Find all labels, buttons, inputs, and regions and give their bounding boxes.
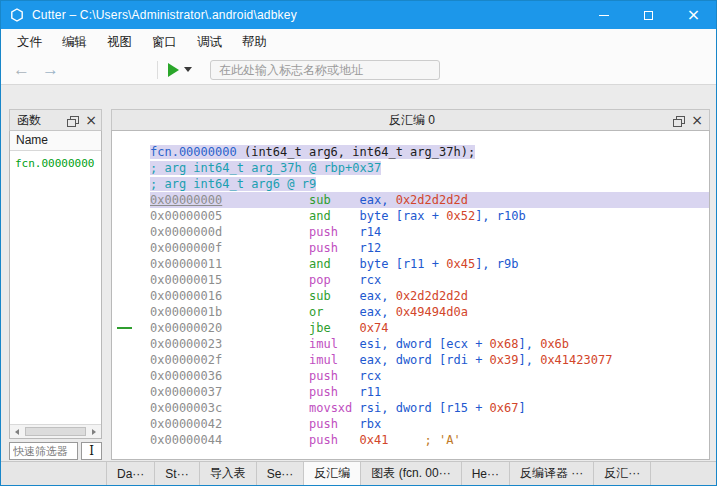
debug-start-button[interactable] [168,63,192,77]
asm-line[interactable]: 0x00000020 jbe 0x74 [150,320,709,336]
bottom-tab[interactable]: St··· [155,462,199,485]
menu-item[interactable]: 文件 [7,30,52,55]
bottom-tab[interactable]: He··· [462,462,510,485]
cutter-window: Cutter – C:\Users\Administrator\.android… [0,0,717,486]
functions-column-header[interactable]: Name [10,131,101,151]
functions-list: fcn.00000000 [10,151,101,424]
asm-line[interactable]: 0x0000000d push r14 [150,224,709,240]
asm-line[interactable]: 0x0000003c movsxd rsi, dword [r15 + 0x67… [150,400,709,416]
asm-line[interactable]: 0x00000036 push rcx [150,368,709,384]
disassembly-panel-title: 反汇编 0 [389,112,435,129]
disassembly-panel-titlebar[interactable]: 反汇编 0 × [111,109,710,131]
asm-line[interactable]: 0x00000000 sub eax, 0x2d2d2d2d [150,192,709,208]
asm-line[interactable]: 0x00000005 and byte [rax + 0x52], r10b [150,208,709,224]
jump-arrow-marker [117,327,132,329]
menu-item[interactable]: 窗口 [142,30,187,55]
ibeam-cursor-icon: I [81,442,102,460]
menu-item[interactable]: 视图 [97,30,142,55]
toolbar-separator [157,61,158,79]
functions-panel: 函数 × Name fcn.00000000 I [9,109,102,460]
asm-line[interactable]: 0x00000011 and byte [r11 + 0x45], r9b [150,256,709,272]
scroll-left-icon[interactable] [10,425,24,439]
back-button[interactable]: ← [7,61,36,78]
scroll-right-icon[interactable] [87,425,101,439]
bottom-tab[interactable]: 反汇··· [594,462,651,485]
horizontal-scrollbar[interactable] [10,424,101,438]
asm-line[interactable]: fcn.00000000 (int64_t arg6, int64_t arg_… [150,144,709,160]
functions-tree: Name fcn.00000000 [9,130,102,439]
bottom-tab[interactable]: 图表 (fcn. 00··· [361,462,461,485]
bottom-tab[interactable]: Se··· [257,462,305,485]
asm-line[interactable]: 0x0000000f push r12 [150,240,709,256]
bottom-tab[interactable]: 反汇编 [304,462,361,485]
chevron-down-icon [184,67,192,72]
quick-filter-row: I [9,442,102,460]
bottom-tab[interactable]: Da··· [106,462,155,485]
menu-bar: 文件编辑视图窗口调试帮助 [1,29,716,55]
functions-panel-titlebar[interactable]: 函数 × [9,109,102,131]
seek-address-input[interactable] [210,60,440,80]
disassembly-view: fcn.00000000 (int64_t arg6, int64_t arg_… [111,130,710,460]
menu-item[interactable]: 调试 [187,30,232,55]
asm-line[interactable]: 0x00000016 sub eax, 0x2d2d2d2d [150,288,709,304]
minimize-icon [599,15,609,16]
disassembly-panel: 反汇编 0 × fcn.00000000 (int64_t arg6, int6… [111,109,710,460]
function-list-item[interactable]: fcn.00000000 [10,155,101,172]
bottom-tab[interactable]: 导入表 [200,462,257,485]
forward-button[interactable]: → [36,61,65,78]
close-button[interactable]: × [671,1,716,29]
asm-line[interactable]: 0x00000015 pop rcx [150,272,709,288]
menu-item[interactable]: 编辑 [52,30,97,55]
functions-panel-title: 函数 [17,112,41,129]
asm-line[interactable]: ; arg int64_t arg_37h @ rbp+0x37 [150,160,709,176]
scrollbar-track[interactable] [24,425,87,438]
cutter-logo-icon [10,8,24,22]
maximize-button[interactable] [626,1,671,29]
window-controls: × [581,1,716,29]
maximize-icon [644,11,653,20]
asm-line[interactable]: 0x0000001b or eax, 0x49494d0a [150,304,709,320]
disasm-listing: fcn.00000000 (int64_t arg6, int64_t arg_… [112,131,709,448]
scrollbar-thumb[interactable] [25,427,86,436]
asm-line[interactable]: 0x0000002f imul eax, dword [rdi + 0x39],… [150,352,709,368]
window-title: Cutter – C:\Users\Administrator\.android… [32,8,297,22]
title-bar[interactable]: Cutter – C:\Users\Administrator\.android… [1,1,716,29]
asm-line[interactable]: ; arg int64_t arg6 @ r9 [150,176,709,192]
minimize-button[interactable] [581,1,626,29]
close-panel-icon[interactable]: × [85,113,97,127]
close-icon: × [687,7,700,23]
toolbar: ← → [1,55,716,85]
play-icon [168,63,179,77]
float-panel-icon[interactable] [673,116,683,125]
asm-line[interactable]: 0x00000023 imul esi, dword [ecx + 0x68],… [150,336,709,352]
asm-line[interactable]: 0x00000042 push rbx [150,416,709,432]
float-panel-icon[interactable] [67,116,77,125]
asm-line[interactable]: 0x00000037 push r11 [150,384,709,400]
bottom-tab[interactable]: 反编译器 ··· [510,462,594,485]
close-panel-icon[interactable]: × [691,113,703,127]
asm-line[interactable]: 0x00000044 push 0x41 ; 'A' [150,432,709,448]
bottom-tab-bar: Da···St···导入表Se···反汇编图表 (fcn. 00···He···… [1,461,716,485]
menu-item[interactable]: 帮助 [232,30,277,55]
quick-filter-input[interactable] [9,442,78,460]
